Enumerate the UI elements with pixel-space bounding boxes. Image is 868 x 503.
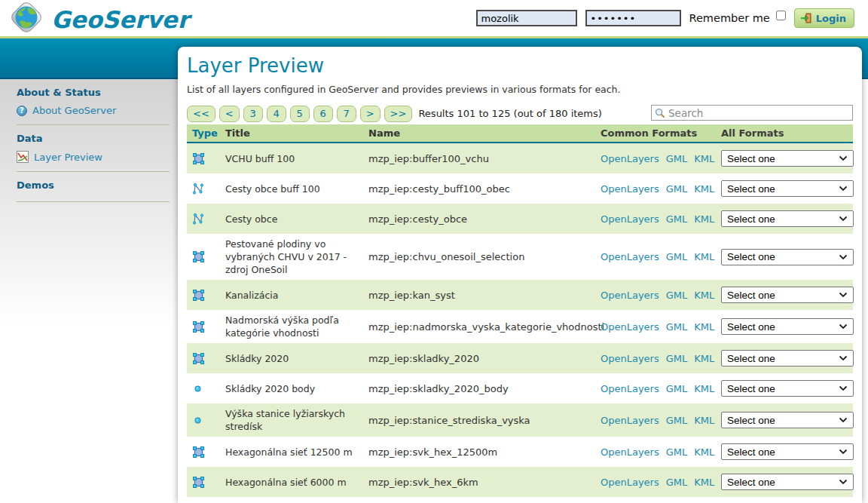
kml-link[interactable]: KML	[694, 383, 714, 394]
column-header-name[interactable]: Name	[368, 127, 601, 139]
polygon-icon	[192, 289, 205, 302]
all-formats-select[interactable]: Select one	[721, 150, 854, 167]
all-formats-select[interactable]: Select one	[721, 350, 854, 367]
username-input[interactable]	[476, 10, 577, 26]
select-value: Select one	[727, 446, 839, 458]
gml-link[interactable]: GML	[666, 477, 688, 488]
all-formats-cell: Select one	[721, 180, 854, 197]
kml-link[interactable]: KML	[694, 290, 714, 301]
password-input[interactable]	[585, 10, 681, 26]
openlayers-link[interactable]: OpenLayers	[601, 183, 659, 195]
pagination-button[interactable]: <	[219, 106, 240, 122]
gml-link[interactable]: GML	[666, 153, 688, 164]
login-button[interactable]: Login	[794, 8, 854, 28]
openlayers-link[interactable]: OpenLayers	[601, 290, 659, 301]
all-formats-select[interactable]: Select one	[721, 474, 854, 490]
sidebar-item-about-geoserver[interactable]: ? About GeoServer	[17, 105, 178, 116]
gml-link[interactable]: GML	[666, 415, 688, 426]
common-format-links: OpenLayersGMLKML	[601, 321, 721, 333]
remember-me-checkbox[interactable]	[776, 11, 786, 20]
layer-type-cell	[187, 446, 225, 459]
line-icon	[192, 182, 204, 195]
remember-me-label: Remember me	[689, 12, 770, 24]
common-format-links: OpenLayersGMLKML	[601, 446, 721, 458]
layer-table-body: VCHU buff 100mzp_iep:buffer100_vchuOpenL…	[187, 143, 853, 497]
gml-link[interactable]: GML	[666, 290, 688, 301]
kml-link[interactable]: KML	[694, 183, 714, 195]
pagination-button[interactable]: 7	[337, 106, 356, 122]
chevron-down-icon	[839, 216, 848, 222]
layer-name: mzp_iep:skladky_2020_body	[368, 383, 601, 394]
column-header-type[interactable]: Type	[187, 127, 225, 139]
gml-link[interactable]: GML	[666, 383, 688, 394]
openlayers-link[interactable]: OpenLayers	[601, 213, 659, 225]
all-formats-select[interactable]: Select one	[721, 210, 854, 227]
kml-link[interactable]: KML	[694, 153, 714, 164]
all-formats-select[interactable]: Select one	[721, 287, 854, 303]
pagination-button[interactable]: 3	[243, 106, 263, 122]
pagination-button[interactable]: >	[360, 106, 381, 122]
kml-link[interactable]: KML	[694, 477, 714, 488]
kml-link[interactable]: KML	[694, 213, 714, 225]
all-formats-select[interactable]: Select one	[721, 380, 854, 397]
select-value: Select one	[727, 290, 839, 301]
openlayers-link[interactable]: OpenLayers	[601, 383, 659, 394]
chevron-down-icon	[839, 449, 848, 455]
page-description: List of all layers configured in GeoServ…	[187, 84, 853, 95]
point-icon	[192, 385, 201, 392]
all-formats-cell: Select one	[721, 474, 854, 490]
table-row: VCHU buff 100mzp_iep:buffer100_vchuOpenL…	[187, 143, 853, 173]
gml-link[interactable]: GML	[666, 353, 688, 364]
pagination-button[interactable]: 6	[313, 106, 333, 122]
layer-type-cell	[187, 321, 225, 333]
pagination-button[interactable]: >>	[384, 106, 413, 122]
all-formats-select[interactable]: Select one	[721, 249, 854, 265]
layer-title: Hexagonálna sieť 12500 m	[225, 446, 368, 459]
kml-link[interactable]: KML	[694, 353, 714, 364]
openlayers-link[interactable]: OpenLayers	[601, 415, 659, 426]
kml-link[interactable]: KML	[694, 321, 714, 333]
layer-type-cell	[187, 250, 225, 263]
chevron-down-icon	[839, 417, 848, 423]
pagination-button[interactable]: 5	[290, 106, 310, 122]
openlayers-link[interactable]: OpenLayers	[601, 446, 659, 458]
gml-link[interactable]: GML	[666, 321, 688, 333]
all-formats-select[interactable]: Select one	[721, 443, 854, 460]
search-input[interactable]	[668, 107, 849, 119]
column-header-common-formats: Common Formats	[601, 127, 721, 139]
openlayers-link[interactable]: OpenLayers	[601, 153, 659, 164]
sidebar-item-layer-preview[interactable]: Layer Preview	[17, 151, 178, 163]
kml-link[interactable]: KML	[694, 251, 714, 262]
openlayers-link[interactable]: OpenLayers	[601, 321, 659, 333]
pagination-button[interactable]: 4	[267, 106, 286, 122]
chevron-down-icon	[839, 324, 848, 330]
line-icon	[192, 213, 204, 225]
search-box[interactable]	[651, 105, 853, 121]
chevron-down-icon	[839, 186, 848, 192]
gml-link[interactable]: GML	[666, 251, 688, 262]
polygon-icon	[192, 250, 205, 263]
table-row: Cesty obce buff 100mzp_iep:cesty_buff100…	[187, 173, 853, 204]
table-row: Nadmorská výška podľa kategórie vhodnost…	[187, 310, 853, 343]
kml-link[interactable]: KML	[694, 446, 714, 458]
select-value: Select one	[727, 213, 839, 225]
layer-name: mzp_iep:svk_hex_6km	[368, 477, 601, 488]
chevron-down-icon	[839, 155, 848, 161]
gml-link[interactable]: GML	[666, 183, 688, 195]
layer-type-cell	[187, 352, 225, 365]
openlayers-link[interactable]: OpenLayers	[601, 477, 659, 488]
all-formats-select[interactable]: Select one	[721, 412, 854, 428]
openlayers-link[interactable]: OpenLayers	[601, 251, 659, 262]
openlayers-link[interactable]: OpenLayers	[601, 353, 659, 364]
pagination-button[interactable]: <<	[187, 106, 215, 122]
all-formats-select[interactable]: Select one	[721, 180, 854, 197]
gml-link[interactable]: GML	[666, 213, 688, 225]
common-format-links: OpenLayersGMLKML	[601, 153, 721, 164]
layer-title: Výška stanice lyžiarskych stredísk	[225, 407, 368, 433]
sidebar: About & Status ? About GeoServer Data La…	[0, 79, 178, 503]
column-header-title[interactable]: Title	[225, 127, 368, 140]
gml-link[interactable]: GML	[666, 446, 688, 458]
layer-title: Skládky 2020	[225, 352, 368, 365]
kml-link[interactable]: KML	[694, 415, 714, 426]
all-formats-select[interactable]: Select one	[721, 318, 854, 335]
